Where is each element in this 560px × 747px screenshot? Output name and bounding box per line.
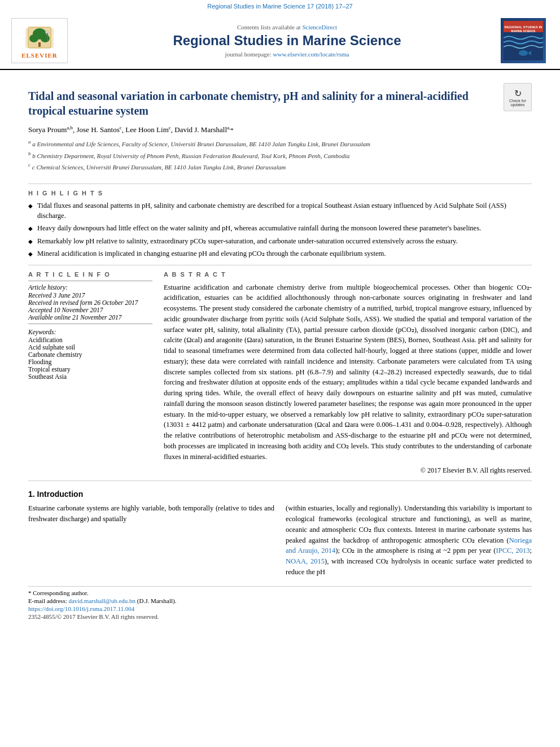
bullet-4: ◆ [28,250,33,258]
bullet-1: ◆ [28,202,33,210]
svg-rect-6 [47,33,48,41]
ref-noaa[interactable]: NOAA, 2015 [286,557,325,565]
divider-2 [28,265,532,265]
history-online: Available online 21 November 2017 [28,314,152,321]
journal-logo-right: REGIONAL STUDIES IN MARINE SCIENCE [498,18,549,63]
history-revised: Received in revised form 26 October 2017 [28,299,152,306]
article-info-label: A R T I C L E I N F O [28,271,152,278]
email-note: E-mail address: david.marshall@ub.edu.bn… [28,597,532,604]
affiliation-a: a a Environmental and Life Sciences, Fac… [28,138,498,149]
article-title: Tidal and seasonal variation in carbonat… [28,89,498,118]
top-journal-ref: Regional Studies in Marine Science 17 (2… [0,0,560,12]
keyword-2: Acid sulphate soil [28,344,152,351]
highlight-item-3: ◆ Remarkably low pH relative to salinity… [28,237,532,247]
journal-title-section: Contents lists available at ScienceDirec… [76,18,498,63]
affiliations: a a Environmental and Life Sciences, Fac… [28,138,498,172]
svg-point-12 [519,50,528,56]
keyword-6: Southeast Asia [28,373,152,380]
affiliation-b: b b Chemistry Department, Royal Universi… [28,150,498,161]
journal-header: ELSEVIER Contents lists available at Sci… [0,12,560,70]
svg-point-4 [41,34,50,42]
svg-rect-5 [38,42,41,47]
svg-point-7 [45,31,50,33]
svg-text:MARINE SCIENCE: MARINE SCIENCE [511,29,536,33]
highlight-item-1: ◆ Tidal fluxes and seasonal patterns in … [28,201,532,221]
keyword-5: Tropical estuary [28,366,152,373]
bullet-2: ◆ [28,225,33,233]
intro-right-col: (within estuaries, locally and regionall… [286,503,532,577]
history-label: Article history: [28,284,152,291]
doi-link[interactable]: https://doi.org/10.1016/j.rsma.2017.11.0… [28,605,134,612]
elsevier-brand-text: ELSEVIER [21,52,58,59]
homepage-url[interactable]: www.elsevier.com/locate/rsma [273,51,349,58]
svg-text:REGIONAL STUDIES IN: REGIONAL STUDIES IN [505,25,542,29]
history-received: Received 3 June 2017 [28,292,152,299]
keyword-3: Carbonate chemistry [28,351,152,358]
info-divider-1 [28,281,152,281]
journal-vol-ref: Regional Studies in Marine Science 17 (2… [207,3,352,10]
authors-line: Sorya Prouma,b, Jose H. Santosc, Lee Hoo… [28,125,498,134]
article-info-abstract-section: A R T I C L E I N F O Article history: R… [28,271,532,475]
check-for-updates-badge: ↻ Check for updates [504,83,532,111]
highlights-section: H I G H L I G H T S ◆ Tidal fluxes and s… [28,190,532,259]
intro-body: Estuarine carbonate systems are highly v… [28,503,532,577]
intro-right-text: (within estuaries, locally and regionall… [286,503,532,577]
abstract-label: A B S T R A C T [164,271,532,278]
keyword-1: Acidification [28,337,152,343]
abstract-text: Estuarine acidification and carbonate ch… [164,282,532,462]
journal-main-title: Regional Studies in Marine Science [173,33,401,49]
keyword-4: Flooding [28,359,152,365]
copyright-line: © 2017 Elsevier B.V. All rights reserved… [164,466,532,475]
author-lee: Lee Hoon Lim [125,125,169,134]
info-divider-2 [28,324,152,324]
keywords-label: Keywords: [28,329,152,335]
author-sorya: Sorya Proum [28,125,67,134]
svg-point-3 [29,34,38,42]
keywords-section: Keywords: Acidification Acid sulphate so… [28,329,152,380]
ref-ipcc[interactable]: IPCC, 2013 [496,547,530,554]
corresponding-author-note: * Corresponding author. [28,589,532,596]
homepage-line: journal homepage: www.elsevier.com/locat… [225,51,349,58]
intro-left-col: Estuarine carbonate systems are highly v… [28,503,274,577]
journal-cover-image: REGIONAL STUDIES IN MARINE SCIENCE [501,18,546,63]
highlight-item-4: ◆ Mineral acidification is implicated in… [28,249,532,259]
intro-left-text: Estuarine carbonate systems are highly v… [28,503,274,525]
article-info-column: A R T I C L E I N F O Article history: R… [28,271,152,475]
doi-line: https://doi.org/10.1016/j.rsma.2017.11.0… [28,605,532,612]
divider-3 [28,480,532,481]
history-accepted: Accepted 10 November 2017 [28,307,152,313]
article-history-section: Article history: Received 3 June 2017 Re… [28,284,152,321]
main-content: Tidal and seasonal variation in carbonat… [0,70,560,628]
highlight-item-2: ◆ Heavy daily downpours had little effec… [28,224,532,234]
affiliation-c: c c Chemical Sciences, Universiti Brunei… [28,161,498,172]
abstract-column: A B S T R A C T Estuarine acidification … [164,271,532,475]
elsevier-logo: ELSEVIER [11,18,68,63]
author-david: David J. Marshall [174,125,227,134]
intro-title: 1. Introduction [28,490,532,499]
ref-noriega[interactable]: Noriega and Araujo, 2014 [286,536,532,555]
footnote-section: * Corresponding author. E-mail address: … [28,586,532,620]
highlights-label: H I G H L I G H T S [28,190,532,196]
author-jose: Jose H. Santos [77,125,120,134]
highlights-list: ◆ Tidal fluxes and seasonal patterns in … [28,201,532,259]
divider-1 [28,184,532,184]
sciencedirect-link[interactable]: ScienceDirect [302,24,337,30]
contents-available-text: Contents lists available at ScienceDirec… [237,24,337,30]
introduction-section: 1. Introduction Estuarine carbonate syst… [28,490,532,577]
issn-line: 2352-4855/© 2017 Elsevier B.V. All right… [28,613,532,620]
email-link[interactable]: david.marshall@ub.edu.bn [68,597,135,604]
bullet-3: ◆ [28,238,33,246]
